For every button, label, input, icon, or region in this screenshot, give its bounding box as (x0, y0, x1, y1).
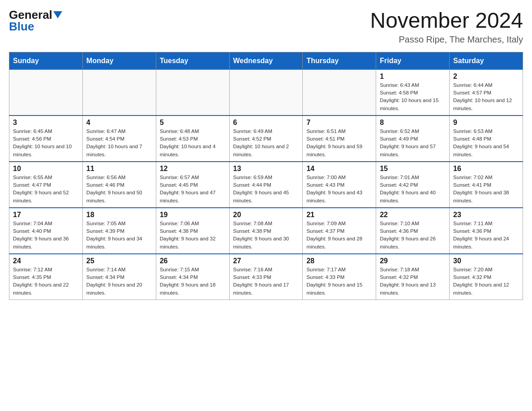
calendar-cell (156, 69, 229, 116)
calendar-cell: 9Sunrise: 6:53 AMSunset: 4:48 PMDaylight… (450, 116, 523, 162)
calendar-week-row: 10Sunrise: 6:55 AMSunset: 4:47 PMDayligh… (9, 162, 523, 208)
calendar-cell: 17Sunrise: 7:04 AMSunset: 4:40 PMDayligh… (9, 208, 83, 254)
day-info: Sunrise: 6:59 AMSunset: 4:44 PMDaylight:… (233, 174, 299, 205)
calendar-cell: 7Sunrise: 6:51 AMSunset: 4:51 PMDaylight… (303, 116, 376, 162)
calendar-cell: 30Sunrise: 7:20 AMSunset: 4:32 PMDayligh… (450, 254, 523, 300)
calendar-cell (303, 69, 376, 116)
logo: General Blue (9, 9, 62, 32)
calendar-cell: 18Sunrise: 7:05 AMSunset: 4:39 PMDayligh… (82, 208, 156, 254)
day-number: 19 (160, 211, 226, 219)
calendar-cell: 13Sunrise: 6:59 AMSunset: 4:44 PMDayligh… (229, 162, 303, 208)
day-info: Sunrise: 7:05 AMSunset: 4:39 PMDaylight:… (86, 220, 152, 251)
calendar-cell: 12Sunrise: 6:57 AMSunset: 4:45 PMDayligh… (156, 162, 229, 208)
day-info: Sunrise: 6:44 AMSunset: 4:57 PMDaylight:… (453, 81, 519, 112)
calendar-cell: 27Sunrise: 7:16 AMSunset: 4:33 PMDayligh… (229, 254, 303, 300)
calendar-cell: 20Sunrise: 7:08 AMSunset: 4:38 PMDayligh… (229, 208, 303, 254)
calendar-week-row: 17Sunrise: 7:04 AMSunset: 4:40 PMDayligh… (9, 208, 523, 254)
calendar-cell: 3Sunrise: 6:45 AMSunset: 4:56 PMDaylight… (9, 116, 83, 162)
day-number: 29 (380, 257, 446, 265)
logo-triangle-icon (53, 11, 62, 18)
day-number: 2 (453, 73, 519, 81)
day-info: Sunrise: 7:09 AMSunset: 4:37 PMDaylight:… (306, 220, 372, 251)
calendar-cell: 8Sunrise: 6:52 AMSunset: 4:49 PMDaylight… (376, 116, 450, 162)
calendar-week-row: 24Sunrise: 7:12 AMSunset: 4:35 PMDayligh… (9, 254, 523, 300)
day-info: Sunrise: 7:15 AMSunset: 4:34 PMDaylight:… (160, 266, 226, 297)
calendar-cell: 5Sunrise: 6:48 AMSunset: 4:53 PMDaylight… (156, 116, 229, 162)
calendar-cell: 28Sunrise: 7:17 AMSunset: 4:33 PMDayligh… (303, 254, 376, 300)
day-number: 20 (233, 211, 299, 219)
day-info: Sunrise: 7:02 AMSunset: 4:41 PMDaylight:… (453, 174, 519, 205)
page-header: General Blue November 2024 Passo Ripe, T… (9, 9, 523, 45)
day-number: 22 (380, 211, 446, 219)
day-number: 30 (453, 257, 519, 265)
calendar-cell: 29Sunrise: 7:18 AMSunset: 4:32 PMDayligh… (376, 254, 450, 300)
day-number: 10 (13, 165, 79, 173)
calendar-cell: 23Sunrise: 7:11 AMSunset: 4:36 PMDayligh… (450, 208, 523, 254)
calendar-week-row: 3Sunrise: 6:45 AMSunset: 4:56 PMDaylight… (9, 116, 523, 162)
day-number: 16 (453, 165, 519, 173)
day-number: 23 (453, 211, 519, 219)
day-of-week-header: Saturday (450, 52, 523, 69)
title-area: November 2024 Passo Ripe, The Marches, I… (370, 9, 523, 45)
day-of-week-header: Friday (376, 52, 450, 69)
day-info: Sunrise: 6:56 AMSunset: 4:46 PMDaylight:… (86, 174, 152, 205)
day-of-week-header: Wednesday (229, 52, 303, 69)
calendar-week-row: 1Sunrise: 6:43 AMSunset: 4:58 PMDaylight… (9, 69, 523, 116)
day-number: 24 (13, 257, 79, 265)
day-number: 13 (233, 165, 299, 173)
day-number: 4 (86, 119, 152, 127)
day-info: Sunrise: 6:49 AMSunset: 4:52 PMDaylight:… (233, 128, 299, 158)
day-info: Sunrise: 7:14 AMSunset: 4:34 PMDaylight:… (86, 266, 152, 297)
day-info: Sunrise: 7:04 AMSunset: 4:40 PMDaylight:… (13, 220, 79, 251)
day-number: 9 (453, 119, 519, 127)
day-of-week-header: Tuesday (156, 52, 229, 69)
calendar-cell: 22Sunrise: 7:10 AMSunset: 4:36 PMDayligh… (376, 208, 450, 254)
calendar-cell (229, 69, 303, 116)
calendar-cell: 11Sunrise: 6:56 AMSunset: 4:46 PMDayligh… (82, 162, 156, 208)
day-info: Sunrise: 6:52 AMSunset: 4:49 PMDaylight:… (380, 128, 446, 158)
calendar-cell: 14Sunrise: 7:00 AMSunset: 4:43 PMDayligh… (303, 162, 376, 208)
day-info: Sunrise: 6:57 AMSunset: 4:45 PMDaylight:… (160, 174, 226, 205)
calendar-cell: 15Sunrise: 7:01 AMSunset: 4:42 PMDayligh… (376, 162, 450, 208)
day-number: 1 (380, 73, 446, 81)
calendar-cell: 16Sunrise: 7:02 AMSunset: 4:41 PMDayligh… (450, 162, 523, 208)
day-info: Sunrise: 7:01 AMSunset: 4:42 PMDaylight:… (380, 174, 446, 205)
day-info: Sunrise: 6:43 AMSunset: 4:58 PMDaylight:… (380, 81, 446, 112)
calendar-cell: 21Sunrise: 7:09 AMSunset: 4:37 PMDayligh… (303, 208, 376, 254)
day-number: 11 (86, 165, 152, 173)
calendar-cell: 2Sunrise: 6:44 AMSunset: 4:57 PMDaylight… (450, 69, 523, 116)
calendar-cell: 26Sunrise: 7:15 AMSunset: 4:34 PMDayligh… (156, 254, 229, 300)
calendar-cell: 10Sunrise: 6:55 AMSunset: 4:47 PMDayligh… (9, 162, 83, 208)
day-of-week-header: Thursday (303, 52, 376, 69)
day-number: 15 (380, 165, 446, 173)
day-number: 12 (160, 165, 226, 173)
day-of-week-header: Sunday (9, 52, 83, 69)
calendar-cell: 25Sunrise: 7:14 AMSunset: 4:34 PMDayligh… (82, 254, 156, 300)
day-info: Sunrise: 7:17 AMSunset: 4:33 PMDaylight:… (306, 266, 372, 297)
day-info: Sunrise: 6:48 AMSunset: 4:53 PMDaylight:… (160, 128, 226, 158)
day-info: Sunrise: 7:06 AMSunset: 4:38 PMDaylight:… (160, 220, 226, 251)
calendar-cell: 24Sunrise: 7:12 AMSunset: 4:35 PMDayligh… (9, 254, 83, 300)
location-text: Passo Ripe, The Marches, Italy (370, 34, 523, 45)
day-number: 14 (306, 165, 372, 173)
day-number: 6 (233, 119, 299, 127)
day-info: Sunrise: 6:55 AMSunset: 4:47 PMDaylight:… (13, 174, 79, 205)
day-of-week-header: Monday (82, 52, 156, 69)
logo-general-text: General (9, 9, 52, 21)
day-info: Sunrise: 6:47 AMSunset: 4:54 PMDaylight:… (86, 128, 152, 158)
day-number: 5 (160, 119, 226, 127)
day-info: Sunrise: 7:10 AMSunset: 4:36 PMDaylight:… (380, 220, 446, 251)
calendar-header-row: SundayMondayTuesdayWednesdayThursdayFrid… (9, 52, 523, 69)
day-info: Sunrise: 7:16 AMSunset: 4:33 PMDaylight:… (233, 266, 299, 297)
calendar-cell (82, 69, 156, 116)
day-info: Sunrise: 7:11 AMSunset: 4:36 PMDaylight:… (453, 220, 519, 251)
month-title: November 2024 (370, 9, 523, 33)
day-info: Sunrise: 7:18 AMSunset: 4:32 PMDaylight:… (380, 266, 446, 297)
day-number: 28 (306, 257, 372, 265)
day-info: Sunrise: 7:20 AMSunset: 4:32 PMDaylight:… (453, 266, 519, 297)
day-number: 27 (233, 257, 299, 265)
calendar-cell: 1Sunrise: 6:43 AMSunset: 4:58 PMDaylight… (376, 69, 450, 116)
day-number: 17 (13, 211, 79, 219)
day-info: Sunrise: 7:12 AMSunset: 4:35 PMDaylight:… (13, 266, 79, 297)
logo-blue-text: Blue (9, 21, 34, 32)
